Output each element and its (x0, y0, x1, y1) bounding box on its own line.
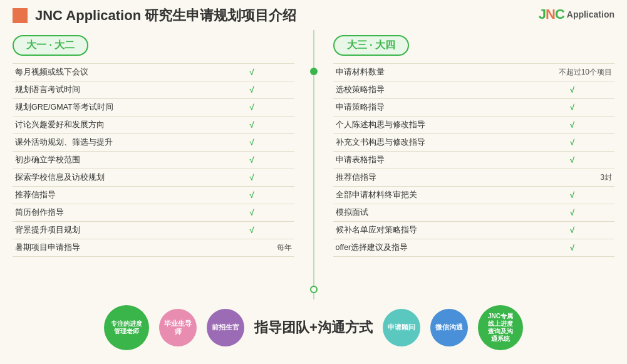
right-row-value: √ (530, 204, 614, 222)
center-divider (313, 30, 314, 299)
bottom-center-label: 指导团队+沟通方式 (254, 318, 373, 337)
left-row-label: 探索学校信息及访校规划 (13, 169, 210, 187)
right-row-label: 申请策略指导 (333, 99, 531, 117)
right-row-value: √ (530, 134, 614, 152)
left-row-label: 讨论兴趣爱好和发展方向 (13, 117, 210, 134)
right-table-row: 申请策略指导√ (333, 99, 615, 117)
left-table-row: 讨论兴趣爱好和发展方向√ (13, 117, 294, 134)
right-table-row: 候补名单应对策略指导√ (333, 222, 615, 239)
page-header: JNC Application 研究生申请规划项目介绍 (0, 0, 627, 30)
right-row-label: 候补名单应对策略指导 (333, 222, 531, 239)
page-title: JNC Application 研究生申请规划项目介绍 (35, 6, 296, 25)
right-row-value: √ (530, 187, 614, 204)
left-row-value: √ (210, 81, 294, 99)
left-table-row: 规划GRE/GMAT等考试时间√ (13, 99, 294, 117)
left-row-value: 每年 (210, 239, 294, 257)
left-row-value: √ (210, 134, 294, 152)
right-row-value: √ (530, 222, 614, 239)
left-row-value: √ (210, 169, 294, 187)
left-row-value: √ (210, 187, 294, 204)
left-table-row: 每月视频或线下会议√ (13, 64, 294, 81)
left-table-row: 探索学校信息及访校规划√ (13, 169, 294, 187)
left-row-value: √ (210, 204, 294, 222)
left-row-value: √ (210, 64, 294, 81)
right-table-row: 推荐信指导3封 (333, 169, 615, 187)
right-row-label: 申请表格指导 (333, 152, 531, 169)
bottom-item-4: 微信沟通 (430, 309, 468, 346)
right-table: 申请材料数量不超过10个项目选校策略指导√申请策略指导√个人陈述构思与修改指导√… (333, 63, 615, 257)
right-row-value: √ (530, 152, 614, 169)
divider-circle-top (310, 68, 318, 75)
right-table-row: offer选择建议及指导√ (333, 239, 615, 257)
bottom-item-3: 申请顾问 (383, 309, 420, 346)
right-column: 大三 · 大四 申请材料数量不超过10个项目选校策略指导√申请策略指导√个人陈述… (314, 30, 615, 299)
right-row-value: 不超过10个项目 (530, 64, 614, 81)
right-table-row: 补充文书构思与修改指导√ (333, 134, 615, 152)
right-row-value: √ (530, 99, 614, 117)
left-table: 每月视频或线下会议√规划语言考试时间√规划GRE/GMAT等考试时间√讨论兴趣爱… (13, 63, 294, 257)
right-row-label: 全部申请材料终审把关 (333, 187, 531, 204)
right-table-row: 个人陈述构思与修改指导√ (333, 117, 615, 134)
divider-circle-bottom (310, 286, 318, 293)
left-table-row: 规划语言考试时间√ (13, 81, 294, 99)
right-row-value: √ (530, 117, 614, 134)
bottom-item-1: 毕业生导师 (159, 309, 197, 346)
left-row-label: 初步确立学校范围 (13, 152, 210, 169)
right-table-row: 全部申请材料终审把关√ (333, 187, 615, 204)
left-table-row: 简历创作指导√ (13, 204, 294, 222)
main-content: 大一 · 大二 每月视频或线下会议√规划语言考试时间√规划GRE/GMAT等考试… (0, 30, 627, 299)
right-row-value: 3封 (530, 169, 614, 187)
right-row-label: 模拟面试 (333, 204, 531, 222)
left-table-row: 暑期项目申请指导每年 (13, 239, 294, 257)
right-row-label: 补充文书构思与修改指导 (333, 134, 531, 152)
left-row-value: √ (210, 222, 294, 239)
right-row-value: √ (530, 81, 614, 99)
bottom-item-0: 专注的进度 管理老师 (104, 305, 149, 350)
right-table-row: 选校策略指导√ (333, 81, 615, 99)
left-table-row: 课外活动规划、筛选与提升√ (13, 134, 294, 152)
bottom-section: 专注的进度 管理老师 毕业生导师 前招生官 指导团队+沟通方式 申请顾问 微信沟… (0, 299, 627, 356)
bottom-item-2: 前招生官 (207, 309, 244, 346)
right-table-row: 申请材料数量不超过10个项目 (333, 64, 615, 81)
left-column: 大一 · 大二 每月视频或线下会议√规划语言考试时间√规划GRE/GMAT等考试… (13, 30, 313, 299)
left-row-label: 背景提升项目规划 (13, 222, 210, 239)
header-icon (13, 8, 28, 23)
left-row-label: 简历创作指导 (13, 204, 210, 222)
right-row-label: 个人陈述构思与修改指导 (333, 117, 531, 134)
left-row-value: √ (210, 99, 294, 117)
left-row-value: √ (210, 117, 294, 134)
right-section-header: 大三 · 大四 (333, 35, 409, 56)
left-row-label: 课外活动规划、筛选与提升 (13, 134, 210, 152)
left-row-label: 规划语言考试时间 (13, 81, 210, 99)
left-row-label: 规划GRE/GMAT等考试时间 (13, 99, 210, 117)
left-section-header: 大一 · 大二 (13, 35, 88, 56)
left-table-row: 推荐信指导√ (13, 187, 294, 204)
right-table-row: 模拟面试√ (333, 204, 615, 222)
left-row-label: 每月视频或线下会议 (13, 64, 210, 81)
left-table-row: 初步确立学校范围√ (13, 152, 294, 169)
left-table-row: 背景提升项目规划√ (13, 222, 294, 239)
right-row-label: offer选择建议及指导 (333, 239, 531, 257)
right-table-row: 申请表格指导√ (333, 152, 615, 169)
right-row-label: 申请材料数量 (333, 64, 531, 81)
bottom-item-5: JNC专属 线上进度 查询及沟 通系统 (478, 305, 523, 350)
left-row-label: 暑期项目申请指导 (13, 239, 210, 257)
right-row-label: 选校策略指导 (333, 81, 531, 99)
right-row-value: √ (530, 239, 614, 257)
right-row-label: 推荐信指导 (333, 169, 531, 187)
left-row-value: √ (210, 152, 294, 169)
left-row-label: 推荐信指导 (13, 187, 210, 204)
